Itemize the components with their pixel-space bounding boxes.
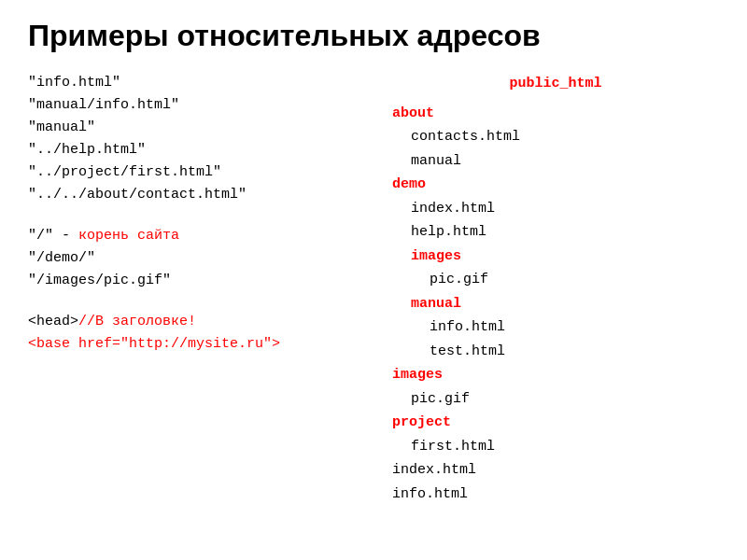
tree-folder-images: images [392,245,719,269]
abs-path-1: "/" - корень сайта [28,225,355,247]
tree-folder-about: about [392,102,719,126]
base-tag-line: <base href="http://mysite.ru"> [28,333,355,356]
tree-file-first.html: first.html [392,435,719,459]
tree-file-pic.gif: pic.gif [392,387,719,412]
tree-folder-images: images [392,363,719,387]
tree-file-pic.gif: pic.gif [392,268,719,292]
content-area: "info.html" "manual/info.html" "manual" … [28,72,719,506]
tree-file-help.html: help.html [392,220,719,245]
left-panel: "info.html" "manual/info.html" "manual" … [28,72,355,506]
tree-file-manual: manual [392,149,719,174]
tree-file-info.html: info.html [392,483,719,507]
tree-file-index.html: index.html [392,458,719,483]
page-title: Примеры относительных адресов [28,19,719,53]
tree-root-title: public_html [392,72,719,96]
rel-path-4: "../help.html" [28,139,355,161]
abs-comment: корень сайта [78,228,179,244]
abs-path-2: "/demo/" [28,247,355,270]
rel-path-6: "../../about/contact.html" [28,184,355,206]
tree-folder-demo: demo [392,173,719,197]
rel-path-2: "manual/info.html" [28,94,355,117]
abs-path-3: "/images/pic.gif" [28,270,355,292]
head-tag-line: <head>//В заголовке! [28,311,355,333]
tree-folder-project: project [392,411,719,435]
tree-folder-manual: manual [392,292,719,316]
head-block: <head>//В заголовке! <base href="http://… [28,311,355,356]
relative-paths-block: "info.html" "manual/info.html" "manual" … [28,72,355,206]
head-comment-text: //В заголовке! [78,314,196,329]
abs-slash: "/" - [28,228,78,244]
tree-file-info.html: info.html [392,315,719,340]
tree-file-index.html: index.html [392,197,719,221]
absolute-paths-block: "/" - корень сайта "/demo/" "/images/pic… [28,225,355,292]
head-open-tag: <head> [28,314,78,329]
rel-path-1: "info.html" [28,72,355,94]
tree-file-contacts.html: contacts.html [392,125,719,149]
base-tag: <base href="http://mysite.ru"> [28,336,280,352]
tree-file-test.html: test.html [392,340,719,364]
public-html-label: public_html [509,76,601,91]
file-tree: aboutcontacts.htmlmanualdemoindex.htmlhe… [392,102,719,507]
right-panel: public_html aboutcontacts.htmlmanualdemo… [392,72,719,506]
rel-path-3: "manual" [28,117,355,139]
rel-path-5: "../project/first.html" [28,161,355,184]
